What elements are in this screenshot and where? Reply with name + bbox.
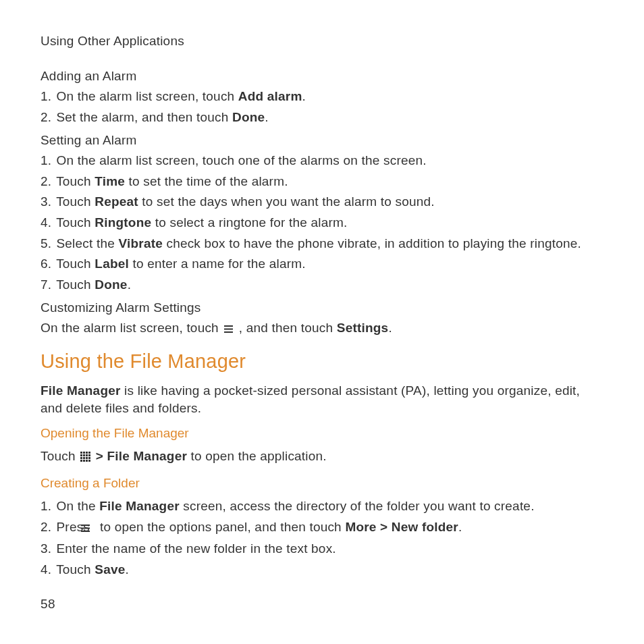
svg-rect-19	[81, 525, 90, 526]
svg-rect-9	[86, 454, 88, 456]
ui-label: File Manager	[41, 383, 121, 398]
list-item: 7. Touch Done.	[41, 276, 603, 294]
ui-label: Ringtone	[95, 215, 151, 230]
ui-label: Label	[95, 257, 129, 271]
step-number: 6.	[41, 255, 53, 273]
ui-label: Done	[232, 110, 265, 124]
svg-rect-6	[88, 452, 90, 454]
step-text: Touch	[56, 257, 95, 271]
step-number: 3.	[41, 540, 53, 558]
step-text: .	[126, 562, 129, 576]
step-text: to open the options panel, and then touc…	[100, 520, 345, 534]
text: >	[96, 449, 107, 463]
section-title-file-manager: Using the File Manager	[41, 350, 603, 373]
steps-creating-folder: 1. On the File Manager screen, access th…	[41, 498, 603, 579]
list-item: 5. Select the Vibrate check box to have …	[41, 235, 603, 253]
subheading-opening-file-manager: Opening the File Manager	[41, 426, 603, 441]
step-text: On the alarm list screen, touch one of t…	[56, 153, 426, 167]
list-item: 4. Touch Save.	[41, 561, 603, 579]
step-text: Select the	[56, 236, 118, 250]
ui-label: Done	[95, 277, 127, 292]
step-text: Set the alarm, and then touch	[56, 110, 232, 124]
page-number: 58	[41, 597, 55, 612]
step-text: Touch	[56, 174, 95, 188]
step-text: .	[302, 89, 306, 103]
list-item: 1. On the alarm list screen, touch Add a…	[41, 88, 603, 106]
svg-rect-8	[83, 454, 85, 456]
steps-setting-alarm: 1. On the alarm list screen, touch one o…	[41, 152, 603, 294]
step-text: On the alarm list screen, touch	[56, 89, 238, 103]
svg-rect-5	[86, 452, 88, 454]
step-number: 4.	[41, 561, 53, 579]
subheading-setting-alarm: Setting an Alarm	[41, 133, 603, 148]
ui-label: File Manager	[99, 499, 180, 513]
svg-rect-18	[88, 460, 90, 462]
paragraph-file-manager-intro: File Manager is like having a pocket-siz…	[41, 382, 603, 417]
menu-icon	[223, 321, 234, 338]
list-item: 2. Press to open the options panel, and …	[41, 518, 603, 538]
step-number: 2.	[41, 173, 53, 191]
svg-rect-0	[224, 325, 233, 327]
step-text: Touch	[56, 562, 95, 576]
step-number: 3.	[41, 193, 53, 211]
list-item: 4. Touch Ringtone to select a ringtone f…	[41, 214, 603, 232]
page-content: Using Other Applications Adding an Alarm…	[0, 0, 644, 612]
step-text: to set the time of the alarm.	[125, 174, 288, 188]
svg-rect-10	[88, 454, 90, 456]
svg-rect-15	[80, 460, 82, 462]
apps-grid-icon	[80, 449, 90, 466]
ui-label: Add alarm	[238, 89, 302, 103]
list-item: 6. Touch Label to enter a name for the a…	[41, 255, 603, 273]
svg-rect-11	[80, 457, 82, 459]
list-item: 3. Touch Repeat to set the days when you…	[41, 193, 603, 211]
subheading-creating-folder: Creating a Folder	[41, 476, 603, 491]
step-number: 1.	[41, 152, 53, 170]
step-text: Enter the name of the new folder in the …	[56, 541, 336, 556]
svg-rect-2	[224, 331, 233, 333]
svg-rect-3	[80, 452, 82, 454]
step-text: .	[128, 277, 131, 292]
text: On the alarm list screen, touch	[41, 321, 222, 335]
step-number: 1.	[41, 88, 53, 106]
list-item: 3. Enter the name of the new folder in t…	[41, 540, 603, 558]
text: .	[388, 321, 392, 335]
step-text: screen, access the directory of the fold…	[180, 499, 535, 513]
step-text: to set the days when you want the alarm …	[138, 194, 435, 209]
ui-label: Vibrate	[118, 236, 162, 250]
step-text: check box to have the phone vibrate, in …	[163, 236, 581, 250]
list-item: 2. Set the alarm, and then touch Done.	[41, 109, 603, 127]
text: is like having a pocket-sized personal a…	[41, 383, 580, 415]
ui-label: More > New folder	[345, 520, 458, 534]
subheading-customizing-alarm: Customizing Alarm Settings	[41, 300, 603, 315]
svg-rect-7	[80, 454, 82, 456]
svg-rect-14	[88, 457, 90, 459]
text: Touch	[41, 449, 79, 463]
step-text: Touch	[56, 194, 95, 209]
step-text: .	[265, 110, 268, 124]
steps-adding-alarm: 1. On the alarm list screen, touch Add a…	[41, 88, 603, 126]
step-number: 2.	[41, 518, 53, 537]
step-text: Touch	[56, 215, 95, 230]
list-item: 1. On the alarm list screen, touch one o…	[41, 152, 603, 170]
paragraph-opening: Touch > File Manager to open the applica…	[41, 448, 603, 466]
step-number: 5.	[41, 235, 53, 253]
ui-label: File Manager	[107, 449, 187, 463]
step-text: On the	[56, 499, 99, 513]
step-text: .	[458, 520, 462, 534]
paragraph-customizing: On the alarm list screen, touch , and th…	[41, 319, 603, 338]
svg-rect-21	[81, 531, 90, 532]
svg-rect-17	[86, 460, 88, 462]
list-item: 2. Touch Time to set the time of the ala…	[41, 173, 603, 191]
svg-rect-13	[86, 457, 88, 459]
step-number: 4.	[41, 214, 53, 232]
ui-label: Save	[95, 562, 125, 576]
step-text: Touch	[56, 277, 95, 292]
svg-rect-16	[83, 460, 85, 462]
subheading-adding-alarm: Adding an Alarm	[41, 69, 603, 84]
step-number: 7.	[41, 276, 53, 294]
text: , and then touch	[239, 321, 337, 335]
step-number: 2.	[41, 109, 53, 127]
svg-rect-12	[83, 457, 85, 459]
ui-label: Time	[95, 174, 125, 188]
text: to open the application.	[187, 449, 327, 463]
